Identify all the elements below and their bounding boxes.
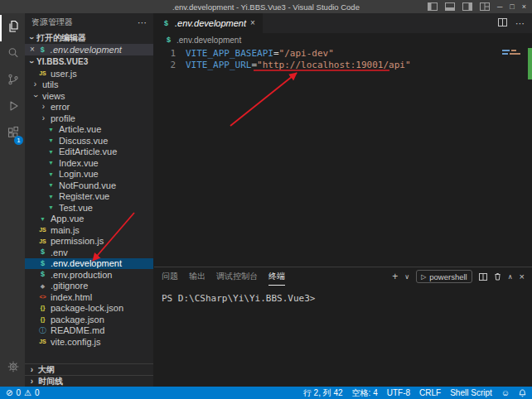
outline-section-header[interactable]: › 大纲 <box>25 363 153 375</box>
html-file-icon: <> <box>38 294 47 300</box>
search-icon <box>7 46 20 63</box>
env-file-icon: $ <box>38 248 47 256</box>
sidebar-title: 资源管理器 <box>31 17 73 28</box>
gear-icon <box>7 360 20 377</box>
tree-item-gitignore[interactable]: ◆.gitignore <box>25 281 153 292</box>
tree-item-utils[interactable]: ›utils <box>25 79 153 91</box>
open-editors-header[interactable]: › 打开的编辑器 <box>25 31 153 44</box>
more-actions-icon[interactable]: ⋯ <box>138 17 147 28</box>
minimap[interactable] <box>502 50 524 56</box>
chevron-down-icon: › <box>27 34 36 41</box>
minimize-button[interactable]: ─ <box>497 3 502 11</box>
tree-item-notfound-vue[interactable]: ▼NotFound.vue <box>25 180 153 191</box>
tree-item-profile[interactable]: ›profile <box>25 113 153 124</box>
tab-env-development[interactable]: $ .env.development × <box>154 13 263 33</box>
vue-file-icon: ▼ <box>46 160 56 166</box>
tree-item-article-vue[interactable]: ▼Article.vue <box>25 124 153 136</box>
js-file-icon: JS <box>38 227 47 233</box>
run-debug-icon <box>7 99 20 116</box>
env-file-icon: $ <box>38 46 47 54</box>
chevron-right-icon: › <box>28 377 36 386</box>
maximize-button[interactable]: □ <box>510 3 514 11</box>
split-terminal-icon[interactable] <box>479 273 487 281</box>
vue-file-icon: ▼ <box>46 204 56 210</box>
activity-source-control[interactable] <box>0 68 25 94</box>
chevron-right-icon: › <box>40 103 47 111</box>
split-editor-icon[interactable] <box>498 18 507 28</box>
chevron-right-icon: › <box>31 80 39 89</box>
tree-item-register-vue[interactable]: ▼Register.vue <box>25 191 153 203</box>
cursor-position[interactable]: 行 2, 列 42 <box>303 387 343 399</box>
code-editor[interactable]: 1VITE_APP_BASEAPI="/api-dev" 2VITE_APP_U… <box>154 46 532 267</box>
activity-run-debug[interactable] <box>0 94 25 121</box>
env-file-icon: $ <box>38 271 47 278</box>
close-tab-icon[interactable]: × <box>250 19 255 27</box>
tree-item-index-vue[interactable]: ▼Index.vue <box>25 157 153 169</box>
js-file-icon: JS <box>38 70 47 76</box>
tab-terminal[interactable]: 终端 <box>268 267 285 286</box>
tree-item-env-production[interactable]: $.env.production <box>25 269 153 281</box>
toggle-panel-icon[interactable] <box>445 2 455 11</box>
code-line: 2VITE_APP_URL="http://localhost:19001/ap… <box>154 60 532 71</box>
eol-sequence[interactable]: CRLF <box>419 388 441 397</box>
tree-item-error[interactable]: ›error <box>25 102 153 113</box>
terminal-profile-badge[interactable]: ▷ powershell <box>416 270 472 283</box>
toggle-secondary-sidebar-icon[interactable] <box>462 2 472 11</box>
close-window-button[interactable]: × <box>522 3 526 11</box>
tree-item-user-js[interactable]: JSuser.js <box>25 68 153 79</box>
tree-item-readme-md[interactable]: ⓘREADME.md <box>25 325 153 337</box>
customize-layout-icon[interactable] <box>480 2 490 11</box>
code-line: 1VITE_APP_BASEAPI="/api-dev" <box>154 48 532 60</box>
activity-search[interactable] <box>0 41 25 68</box>
tab-problems[interactable]: 问题 <box>162 267 178 286</box>
toggle-sidebar-icon[interactable] <box>428 2 438 11</box>
new-terminal-icon[interactable]: + <box>392 271 398 282</box>
terminal-content[interactable]: PS D:\CSharp\Yi\Yi.BBS.Vue3> <box>154 286 532 387</box>
vue-file-icon: ▼ <box>46 127 56 132</box>
tree-item-views[interactable]: ›views <box>25 90 153 102</box>
tree-item-package-json[interactable]: {}package.json <box>25 314 153 325</box>
explorer-sidebar: 资源管理器 ⋯ › 打开的编辑器 × $ .env.development › … <box>25 13 154 387</box>
encoding[interactable]: UTF-8 <box>387 388 410 397</box>
info-file-icon: ⓘ <box>38 327 47 334</box>
feedback-smiley-icon[interactable]: ☺ <box>501 388 510 397</box>
tab-output[interactable]: 输出 <box>189 267 206 286</box>
tab-debug-console[interactable]: 调试控制台 <box>216 267 258 286</box>
problems-status[interactable]: ⊘ 0 ⚠ 0 <box>6 388 39 397</box>
status-bar: ⊘ 0 ⚠ 0 行 2, 列 42 空格: 4 UTF-8 CRLF Shell… <box>0 387 532 399</box>
close-icon[interactable]: × <box>30 46 35 54</box>
git-file-icon: ◆ <box>38 283 47 289</box>
overview-ruler[interactable] <box>528 46 532 267</box>
breadcrumb[interactable]: $ .env.development <box>154 33 532 46</box>
tree-item-editarticle-vue[interactable]: ▼EditArticle.vue <box>25 147 153 158</box>
activity-extensions[interactable]: 1 <box>0 121 25 147</box>
tree-item-test-vue[interactable]: ▼Test.vue <box>25 202 153 214</box>
activity-settings[interactable] <box>0 355 25 382</box>
tree-item-env[interactable]: $.env <box>25 247 153 258</box>
tree-item-discuss-vue[interactable]: ▼Discuss.vue <box>25 135 153 147</box>
tree-item-package-lock-json[interactable]: {}package-lock.json <box>25 303 153 315</box>
language-mode[interactable]: Shell Script <box>450 388 492 397</box>
project-root-header[interactable]: › YI.BBS.VUE3 <box>25 55 153 68</box>
chevron-down-icon: › <box>27 58 36 65</box>
sidebar-header: 资源管理器 ⋯ <box>25 13 153 31</box>
bottom-panel: 问题 输出 调试控制台 终端 + ∨ ▷ powershell ∧ <box>154 267 532 387</box>
terminal-dropdown-icon[interactable]: ∨ <box>404 273 409 281</box>
maximize-panel-icon[interactable]: ∧ <box>508 273 513 281</box>
close-panel-icon[interactable]: × <box>520 272 525 281</box>
title-bar: .env.development - Yi.BBS.Vue3 - Visual … <box>0 0 532 13</box>
tree-item-vite-config-js[interactable]: JSvite.config.js <box>25 336 153 348</box>
tree-item-app-vue[interactable]: ▼App.vue <box>25 214 153 225</box>
timeline-section-header[interactable]: › 时间线 <box>25 375 153 387</box>
open-editor-item[interactable]: × $ .env.development <box>25 44 153 55</box>
notifications-bell-icon[interactable] <box>519 389 526 397</box>
tree-item-permission-js[interactable]: JSpermission.js <box>25 236 153 248</box>
more-actions-icon[interactable]: ⋯ <box>515 18 525 29</box>
activity-explorer[interactable] <box>0 15 25 41</box>
indentation[interactable]: 空格: 4 <box>352 387 378 399</box>
tree-item-index-html[interactable]: <>index.html <box>25 291 153 303</box>
tree-item-env-development[interactable]: $.env.development <box>25 258 153 270</box>
kill-terminal-icon[interactable] <box>494 272 501 281</box>
tree-item-main-js[interactable]: JSmain.js <box>25 224 153 236</box>
tree-item-login-vue[interactable]: ▼Login.vue <box>25 169 153 180</box>
